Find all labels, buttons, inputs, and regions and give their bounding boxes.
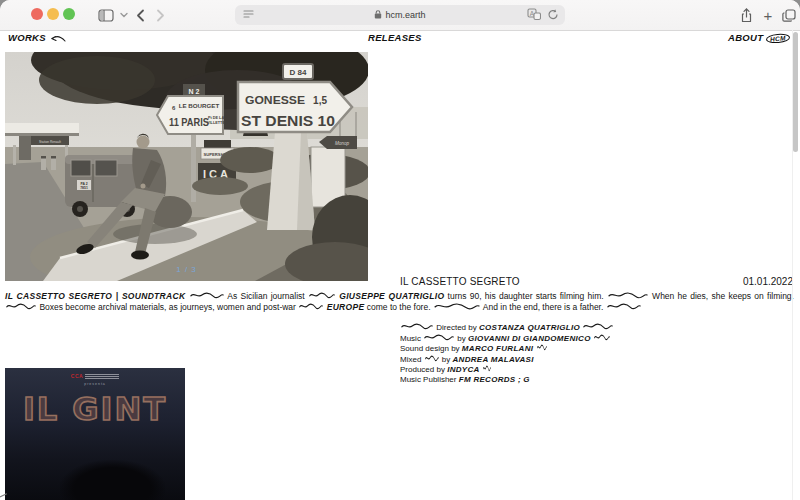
forward-button[interactable] bbox=[150, 5, 170, 25]
back-button[interactable] bbox=[130, 5, 150, 25]
browser-window: hcm.earth A + WORKS RELEASES ABOUTHCM bbox=[0, 0, 800, 500]
work-title: IL CASSETTO SEGRETO bbox=[400, 276, 520, 287]
credit-row: Music by GIOVANNI DI GIANDOMENICO bbox=[400, 333, 614, 344]
nav-works-label: WORKS bbox=[8, 32, 46, 43]
squiggle-icon bbox=[607, 302, 641, 310]
squiggle-icon bbox=[594, 333, 610, 341]
svg-text:N 2: N 2 bbox=[189, 88, 200, 95]
svg-text:VILLETTE: VILLETTE bbox=[207, 121, 225, 125]
work-date: 01.01.2022 bbox=[743, 276, 793, 287]
handwritten-text: GIOVANNI DI GIANDOMENICO bbox=[468, 334, 591, 343]
svg-text:ST DENIS 10: ST DENIS 10 bbox=[241, 113, 335, 129]
squiggle-icon bbox=[483, 364, 491, 372]
plain-text: Produced by bbox=[400, 365, 445, 374]
svg-text:D 84: D 84 bbox=[290, 68, 307, 77]
squiggle-icon bbox=[425, 354, 439, 362]
squiggle-icon bbox=[434, 302, 480, 310]
handwritten-text: INDYCA bbox=[447, 365, 479, 374]
handwritten-text: COSTANZA QUATRIGLIO bbox=[479, 323, 580, 332]
plain-text: When he dies, she keeps on filming. bbox=[652, 291, 794, 301]
credit-row: Sound design by MARCO FURLANI bbox=[400, 343, 614, 354]
poster-presenta: presenta bbox=[5, 382, 185, 386]
arrow-doodle-icon bbox=[49, 34, 66, 43]
svg-text:7851: 7851 bbox=[80, 186, 88, 190]
plain-text: As Sicilian journalist bbox=[227, 291, 304, 301]
plain-text: Mixed bbox=[400, 355, 421, 364]
credit-row: Music Publisher FM RECORDS ; G bbox=[400, 375, 614, 385]
handwritten-text: EUROPE bbox=[327, 302, 365, 312]
squiggle-icon bbox=[299, 302, 323, 310]
svg-text:LE BOURGET: LE BOURGET bbox=[179, 102, 220, 109]
svg-text:11 PARIS: 11 PARIS bbox=[169, 116, 209, 128]
next-work-poster[interactable]: CCA presenta IL GINT bbox=[5, 368, 185, 500]
minimize-window-button[interactable] bbox=[47, 8, 59, 20]
nav-link-about[interactable]: ABOUTHCM bbox=[728, 32, 790, 43]
carousel-pagination[interactable]: 1 / 3 bbox=[5, 265, 368, 274]
credit-row: Mixed by ANDREA MALAVASI bbox=[400, 354, 614, 365]
poster-title: IL GINT bbox=[5, 390, 185, 428]
reload-icon[interactable] bbox=[547, 8, 559, 23]
handwritten-text: FM RECORDS ; bbox=[459, 375, 521, 384]
squiggle-icon bbox=[6, 302, 36, 310]
poster-logo: CCA bbox=[71, 373, 83, 379]
work-photo[interactable]: Station Renault PA 2 7851 SUPE bbox=[5, 52, 368, 281]
svg-text:GONESSE: GONESSE bbox=[245, 94, 305, 106]
lock-icon bbox=[374, 10, 382, 21]
zoom-window-button[interactable] bbox=[63, 8, 75, 20]
tab-overview-icon[interactable] bbox=[779, 5, 799, 25]
svg-text:Monop: Monop bbox=[335, 141, 349, 146]
credit-row: Produced by INDYCA bbox=[400, 364, 614, 375]
reader-view-icon[interactable] bbox=[242, 8, 255, 23]
close-window-button[interactable] bbox=[31, 8, 43, 20]
squiggle-icon bbox=[309, 291, 335, 299]
plain-text: Music Publisher bbox=[400, 375, 456, 384]
squiggle-icon bbox=[401, 322, 433, 330]
browser-toolbar: hcm.earth A + bbox=[0, 0, 800, 31]
nav-about-label: ABOUT bbox=[728, 32, 763, 43]
address-bar[interactable]: hcm.earth A bbox=[235, 5, 565, 25]
new-tab-icon[interactable]: + bbox=[758, 5, 778, 25]
plain-text: by bbox=[457, 334, 465, 343]
nav-link-works[interactable]: WORKS bbox=[8, 32, 66, 43]
handwritten-text: GIUSEPPE QUATRIGLIO bbox=[339, 291, 444, 301]
plain-text: Sound design by bbox=[400, 344, 460, 353]
scrollbar-thumb[interactable] bbox=[793, 32, 798, 152]
poster-tree-silhouette bbox=[60, 460, 165, 500]
handwritten-text: IL CASSETTO SEGRETO | SOUNDTRACK bbox=[5, 291, 185, 301]
poster-logo-row: CCA bbox=[5, 373, 185, 380]
nav-releases-label: RELEASES bbox=[368, 32, 422, 43]
handwritten-text: G bbox=[523, 375, 530, 384]
credit-row: Directed by COSTANZA QUATRIGLIO bbox=[400, 322, 614, 333]
svg-text:Pt DE LA: Pt DE LA bbox=[208, 116, 225, 120]
nav-link-releases[interactable]: RELEASES bbox=[368, 32, 422, 43]
sidebar-toggle-icon[interactable] bbox=[96, 5, 116, 25]
url-text: hcm.earth bbox=[385, 10, 425, 20]
squiggle-icon bbox=[190, 291, 224, 299]
svg-text:1,5: 1,5 bbox=[313, 95, 327, 106]
plain-text: Music bbox=[400, 334, 421, 343]
credits: Directed by COSTANZA QUATRIGLIO Music by… bbox=[400, 322, 614, 385]
hcm-logo: HCM bbox=[766, 33, 790, 44]
plain-text: Directed by bbox=[436, 323, 476, 332]
squiggle-icon bbox=[537, 343, 547, 351]
squiggle-icon bbox=[424, 333, 454, 341]
share-icon[interactable] bbox=[736, 5, 756, 25]
handwritten-text: MARCO FURLANI bbox=[462, 344, 533, 353]
squiggle-icon bbox=[608, 291, 648, 299]
svg-text:Station Renault: Station Renault bbox=[39, 140, 61, 144]
poster-logo-lines bbox=[85, 373, 119, 380]
handwritten-text: ANDREA MALAVASI bbox=[453, 355, 534, 364]
plain-text: by bbox=[442, 355, 450, 364]
translate-icon[interactable]: A bbox=[527, 8, 541, 23]
plain-text: turns 90, his daughter starts filming hi… bbox=[448, 291, 604, 301]
plain-text: Boxes become archival materials, as jour… bbox=[39, 302, 296, 312]
plain-text: And in the end, there is a father. bbox=[483, 302, 604, 312]
plain-text: come to the fore. bbox=[367, 302, 431, 312]
description: IL CASSETTO SEGRETO | SOUNDTRACK As Sici… bbox=[5, 291, 794, 312]
squiggle-icon bbox=[583, 322, 613, 330]
